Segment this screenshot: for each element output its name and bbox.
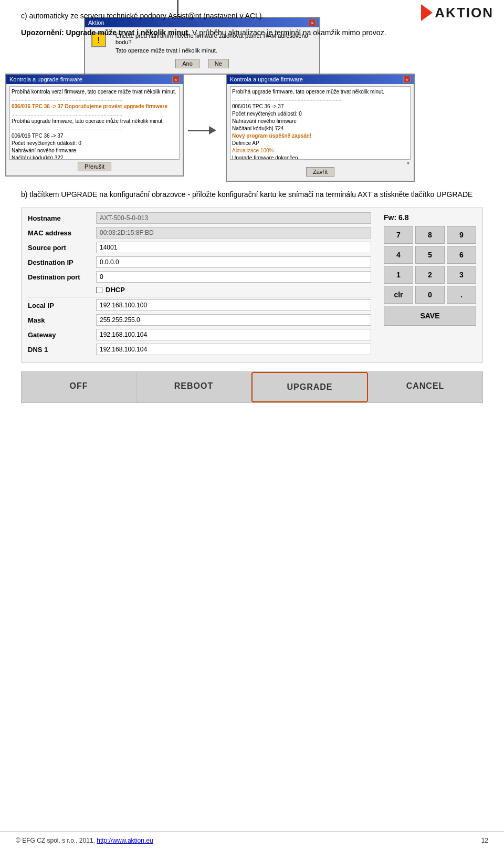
separator bbox=[28, 297, 371, 297]
firmware-right-define: Definice AP bbox=[232, 140, 408, 147]
gateway-row: Gateway 192.168.100.104 bbox=[28, 329, 371, 340]
mac-label: MAC address bbox=[28, 229, 96, 237]
firmware-left-tpc: 006/016 TPC 36 -> 37 bbox=[12, 132, 177, 140]
scrollbar-hint: ▼ bbox=[230, 161, 411, 166]
firmware-left-line1: Probíhá kontrola verzí firmware, tato op… bbox=[12, 88, 177, 96]
mask-value[interactable]: 255.255.255.0 bbox=[96, 314, 371, 326]
keypad-grid: 7 8 9 4 5 6 1 2 3 clr 0 . bbox=[384, 226, 476, 304]
yes-button[interactable]: Ano bbox=[175, 59, 200, 68]
firmware-right-tpc: 006/016 TPC 36 -> 37 bbox=[232, 103, 408, 110]
section-b-content: b) tlačítkem UPGRADE na konfigurační obr… bbox=[21, 190, 472, 199]
firmware-left-titlebar: Kontrola a upgrade firmware × bbox=[6, 75, 183, 84]
firmware-right-line1: Probíhá upgrade firmware, tato operace m… bbox=[232, 88, 408, 96]
gateway-label: Gateway bbox=[28, 331, 96, 339]
source-port-row: Source port 14001 bbox=[28, 242, 371, 253]
key-6[interactable]: 6 bbox=[447, 246, 476, 264]
mac-value: 00:03:2D:15:8F:BD bbox=[96, 227, 371, 239]
key-7[interactable]: 7 bbox=[384, 226, 413, 244]
section-b: b) tlačítkem UPGRADE na konfigurační obr… bbox=[0, 189, 504, 403]
firmware-right-done: Upgrade firmware dokončen bbox=[232, 154, 408, 160]
warning-normal: V průběhu aktualizace je terminál na oka… bbox=[192, 28, 386, 37]
firmware-left-dots1: ........................................… bbox=[12, 96, 177, 103]
firmware-dialog-left: Kontrola a upgrade firmware × Probíhá ko… bbox=[5, 74, 184, 177]
dhcp-row: DHCP bbox=[96, 286, 371, 294]
key-8[interactable]: 8 bbox=[415, 226, 445, 244]
footer-link[interactable]: http://www.aktion.eu bbox=[97, 837, 153, 844]
firmware-right-count: Počet nevyčtených událostí: 0 bbox=[232, 110, 408, 118]
section-b-text: b) tlačítkem UPGRADE na konfigurační obr… bbox=[0, 189, 504, 200]
key-4[interactable]: 4 bbox=[384, 246, 413, 264]
source-port-value[interactable]: 14001 bbox=[96, 242, 371, 253]
hostname-value: AXT-500-5-0-013 bbox=[96, 212, 371, 224]
firmware-dialog-right: Kontrola a upgrade firmware × Probíhá up… bbox=[226, 74, 415, 182]
dns1-value[interactable]: 192.168.100.104 bbox=[96, 344, 371, 355]
firmware-right-close[interactable]: × bbox=[403, 76, 411, 83]
footer-left: © EFG CZ spol. s r.o., 2011, http://www.… bbox=[16, 837, 153, 844]
section-c-content: c) automaticky ze serveru technické podp… bbox=[21, 12, 264, 20]
key-3[interactable]: 3 bbox=[447, 266, 476, 284]
firmware-right-success: Nový program úspěšně zapsán! bbox=[232, 132, 408, 140]
mask-row: Mask 255.255.255.0 bbox=[28, 314, 371, 326]
warning-block: Upozornění: Upgrade může trvat i několik… bbox=[21, 27, 483, 38]
dest-ip-value[interactable]: 0.0.0.0 bbox=[96, 256, 371, 268]
firmware-left-count: Počet nevyčtených událostí: 0 bbox=[12, 140, 177, 147]
interrupt-button[interactable]: Přerušit bbox=[78, 162, 111, 171]
local-ip-row: Local IP 192.168.100.100 bbox=[28, 299, 371, 311]
firmware-right-body: Probíhá upgrade firmware, tato operace m… bbox=[227, 84, 414, 181]
close-button[interactable]: Zavřít bbox=[306, 167, 334, 177]
warning-bold: Upozornění: Upgrade může trvat i několik… bbox=[21, 28, 190, 37]
mac-row: MAC address 00:03:2D:15:8F:BD bbox=[28, 227, 371, 239]
section-c-text: c) automaticky ze serveru technické podp… bbox=[21, 11, 483, 22]
gateway-value[interactable]: 192.168.100.104 bbox=[96, 329, 371, 340]
upgrade-button[interactable]: UPGRADE bbox=[251, 372, 368, 402]
firmware-right-titlebar: Kontrola a upgrade firmware × bbox=[227, 75, 414, 84]
key-0[interactable]: 0 bbox=[415, 286, 445, 304]
key-9[interactable]: 9 bbox=[447, 226, 476, 244]
keypad-area: Fw: 6.8 7 8 9 4 5 6 1 2 3 clr 0 . SAVE bbox=[377, 208, 482, 362]
firmware-right-progress: Aktualizace 100% bbox=[232, 147, 408, 154]
footer-page: 12 bbox=[481, 837, 488, 844]
firmware-left-dots2: ........................................… bbox=[12, 110, 177, 118]
firmware-left-title: Kontrola a upgrade firmware bbox=[9, 76, 82, 82]
key-dot[interactable]: . bbox=[447, 286, 476, 304]
save-button[interactable]: SAVE bbox=[384, 306, 476, 326]
config-fields: Hostname AXT-500-5-0-013 MAC address 00:… bbox=[22, 208, 377, 362]
dns1-label: DNS 1 bbox=[28, 346, 96, 354]
dhcp-checkbox[interactable] bbox=[96, 287, 102, 293]
firmware-left-close[interactable]: × bbox=[172, 76, 180, 83]
firmware-right-title: Kontrola a upgrade firmware bbox=[230, 76, 303, 82]
local-ip-value[interactable]: 192.168.100.100 bbox=[96, 299, 371, 311]
off-button[interactable]: OFF bbox=[22, 372, 136, 402]
firmware-left-body: Probíhá kontrola verzí firmware, tato op… bbox=[6, 84, 183, 175]
firmware-right-text: Probíhá upgrade firmware, tato operace m… bbox=[230, 86, 411, 160]
config-panel: Hostname AXT-500-5-0-013 MAC address 00:… bbox=[21, 208, 483, 363]
firmware-left-line3: Probíhá upgrade firmware, tato operace m… bbox=[12, 118, 177, 125]
dhcp-label: DHCP bbox=[106, 286, 125, 294]
firmware-right-dots1: ........................................… bbox=[232, 96, 408, 103]
dest-ip-row: Destination IP 0.0.0.0 bbox=[28, 256, 371, 268]
fw-label: Fw: 6.8 bbox=[384, 213, 476, 222]
local-ip-label: Local IP bbox=[28, 302, 96, 309]
mask-label: Mask bbox=[28, 316, 96, 324]
dns1-row: DNS 1 192.168.100.104 bbox=[28, 344, 371, 355]
dest-ip-label: Destination IP bbox=[28, 258, 96, 266]
dest-port-value[interactable]: 0 bbox=[96, 271, 371, 283]
warning-msg-line2: Tato operace může trvat i několik minut. bbox=[116, 47, 313, 54]
no-button[interactable]: Ne bbox=[208, 59, 229, 68]
cancel-button[interactable]: CANCEL bbox=[368, 372, 482, 402]
firmware-left-text: Probíhá kontrola verzí firmware, tato op… bbox=[9, 86, 180, 160]
key-clr[interactable]: clr bbox=[384, 286, 413, 304]
hostname-label: Hostname bbox=[28, 214, 96, 222]
firmware-left-dots3: ........................................… bbox=[12, 125, 177, 132]
firmware-right-btn-container: Zavřít bbox=[230, 167, 411, 177]
firmware-left-loading: Načítání kódu(kb) 322 bbox=[12, 154, 177, 160]
source-port-label: Source port bbox=[28, 244, 96, 252]
key-2[interactable]: 2 bbox=[415, 266, 445, 284]
reboot-button[interactable]: REBOOT bbox=[136, 372, 251, 402]
key-5[interactable]: 5 bbox=[415, 246, 445, 264]
dest-port-row: Destination port 0 bbox=[28, 271, 371, 283]
firmware-left-upgrade-line: 006/016 TPC 36 -> 37 Doporučujeme provés… bbox=[12, 103, 177, 110]
dest-port-label: Destination port bbox=[28, 273, 96, 281]
key-1[interactable]: 1 bbox=[384, 266, 413, 284]
arrow-head-right bbox=[209, 126, 216, 134]
